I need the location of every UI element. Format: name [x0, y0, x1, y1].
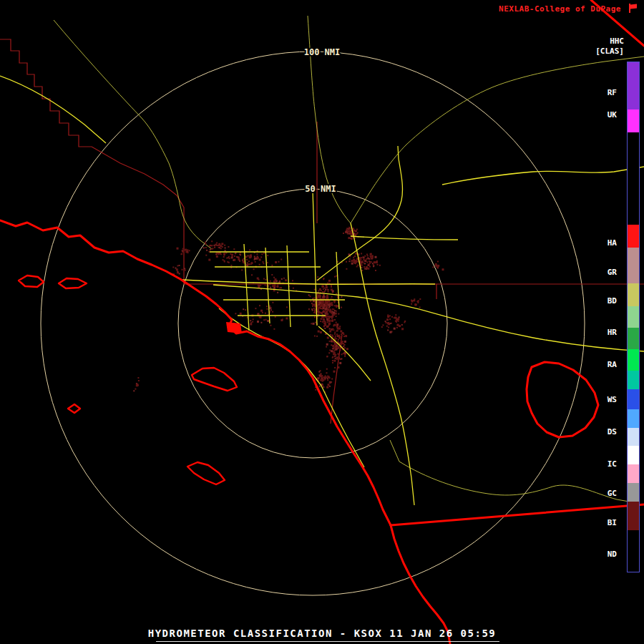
- coast-red-patch: [226, 322, 242, 333]
- legend-label-rf: RF: [608, 88, 617, 98]
- colorbar-segment-ds: [628, 428, 639, 447]
- ring-label-50nmi: 50 NMI: [305, 184, 336, 194]
- legend-label-ra: RA: [608, 360, 617, 370]
- colorbar-segment-rf: [628, 62, 639, 109]
- ring-labels: 50 NMI 100 NMI: [304, 47, 341, 194]
- legend-label-nd: ND: [608, 550, 617, 560]
- legend-label-ds: DS: [608, 427, 617, 437]
- island-outline: [19, 275, 44, 287]
- county-border-line: [0, 39, 92, 147]
- colorbar-segment-ra: [628, 349, 639, 371]
- colorbar-segment-ws-light: [628, 409, 639, 428]
- island-outline: [68, 404, 80, 413]
- county-borders-layer: [0, 39, 644, 424]
- cod-logo-icon: [627, 2, 638, 14]
- legend-label-ha: HA: [608, 238, 617, 248]
- legend-label-gr: GR: [608, 268, 617, 278]
- roads-layer: [0, 76, 644, 505]
- radar-screen: 50 NMI 100 NMI NEXLAB-College of DuPage …: [0, 0, 644, 644]
- legend-colorbar: [627, 62, 640, 572]
- rivers-layer: [54, 16, 644, 502]
- road-line: [321, 386, 364, 467]
- colorbar-segment-ra-teal: [628, 371, 639, 389]
- radar-map: 50 NMI 100 NMI: [0, 0, 644, 644]
- colorbar-segment-nd: [628, 530, 639, 572]
- road-line: [265, 248, 270, 323]
- colorbar-segment-gc: [628, 483, 639, 502]
- colorbar-segment-uk: [628, 109, 639, 132]
- footer-underline: [156, 641, 499, 642]
- legend-label-ws: WS: [608, 395, 617, 405]
- colorbar-segment-hr-light: [628, 306, 639, 328]
- road-line: [219, 308, 321, 386]
- legend-label-bi: BI: [608, 518, 617, 528]
- river-line: [399, 462, 633, 502]
- road-line: [182, 280, 435, 284]
- colorbar-segment-gr: [628, 248, 639, 283]
- colorbar-segment-bd: [628, 283, 639, 306]
- colorbar-segment-hr: [628, 328, 639, 349]
- island-outline: [187, 462, 225, 484]
- brand-text: NEXLAB-College of DuPage: [499, 4, 621, 14]
- legend-title: HHC: [610, 36, 624, 46]
- colorbar-segment-ic: [628, 446, 639, 464]
- lake-outline: [527, 362, 598, 437]
- international-border: [391, 504, 644, 525]
- legend-label-bd: BD: [608, 296, 617, 306]
- legend-label-uk: UK: [608, 110, 617, 120]
- road-line: [287, 245, 291, 327]
- road-line: [442, 167, 644, 185]
- colorbar-segment-ws: [628, 389, 639, 409]
- product-title: HYDROMETEOR CLASSIFICATION - KSOX 11 JAN…: [0, 628, 644, 639]
- legend-subtitle: [CLAS]: [595, 47, 624, 56]
- legend-label-hr: HR: [608, 328, 617, 338]
- ring-label-100nmi: 100 NMI: [304, 47, 341, 57]
- road-line: [0, 76, 106, 143]
- legend-label-gc: GC: [608, 489, 617, 499]
- road-line: [213, 285, 644, 351]
- colorbar-segment-ha: [628, 225, 639, 248]
- road-line: [351, 236, 458, 240]
- island-outline: [59, 278, 87, 288]
- colorbar-segment-ic-pink: [628, 464, 639, 483]
- colorbar-segment-gap: [628, 132, 639, 225]
- river-line: [54, 20, 212, 249]
- coastline-south: [391, 525, 450, 644]
- river-line: [351, 57, 644, 223]
- legend-label-ic: IC: [608, 459, 617, 469]
- colorbar-segment-bi: [628, 502, 639, 530]
- island-outline: [192, 368, 237, 391]
- river-line: [390, 440, 399, 462]
